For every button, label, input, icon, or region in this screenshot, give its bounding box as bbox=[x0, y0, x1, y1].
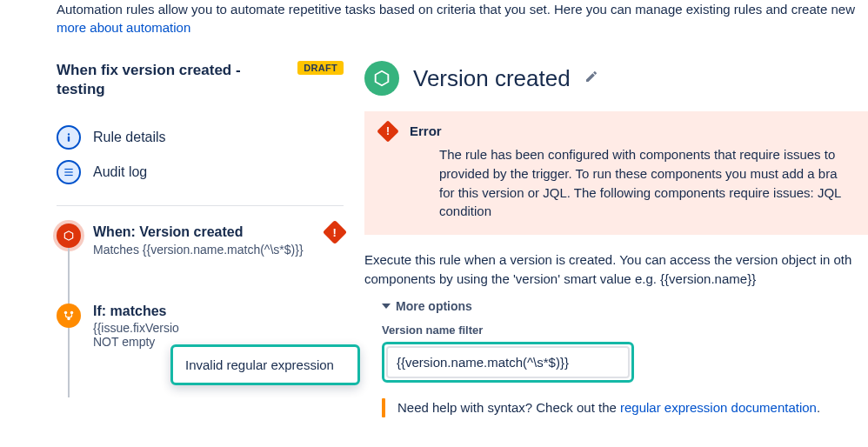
hint-bar bbox=[382, 398, 385, 417]
trigger-description: Execute this rule when a version is crea… bbox=[364, 250, 868, 289]
step-condition[interactable]: If: matches {{issue.fixVersio NOT empty bbox=[57, 304, 344, 349]
error-icon: ! bbox=[377, 120, 398, 142]
error-body: The rule has been configured with compon… bbox=[410, 145, 854, 221]
error-icon: ! bbox=[323, 220, 347, 244]
validation-tooltip: Invalid regular expression bbox=[170, 344, 360, 385]
cube-icon bbox=[57, 224, 81, 248]
filter-label: Version name filter bbox=[382, 324, 868, 337]
svg-point-6 bbox=[70, 311, 74, 315]
nav-label: Rule details bbox=[93, 130, 166, 145]
svg-rect-1 bbox=[68, 137, 70, 142]
panel-title: Version created bbox=[413, 65, 571, 92]
nav-audit-log[interactable]: Audit log bbox=[57, 155, 344, 190]
filter-highlight bbox=[382, 342, 634, 383]
step-trigger-sub: Matches {{version.name.match(^\s*$)}} bbox=[93, 243, 344, 257]
help-suffix: . bbox=[817, 400, 820, 415]
intro-line: Automation rules allow you to automate r… bbox=[57, 2, 855, 17]
svg-rect-4 bbox=[64, 175, 72, 176]
intro-text: Automation rules allow you to automate r… bbox=[57, 0, 868, 37]
nav-label: Audit log bbox=[93, 164, 147, 180]
list-icon bbox=[57, 160, 81, 184]
branch-icon bbox=[57, 304, 81, 328]
nav-rule-details[interactable]: Rule details bbox=[57, 120, 344, 155]
step-condition-sub2: NOT empty bbox=[93, 335, 155, 349]
info-icon bbox=[57, 125, 81, 150]
tooltip-text: Invalid regular expression bbox=[185, 357, 334, 372]
edit-icon[interactable] bbox=[584, 70, 598, 88]
learn-more-link[interactable]: more about automation bbox=[57, 20, 190, 35]
step-condition-title: If: matches bbox=[93, 304, 166, 319]
step-condition-sub1: {{issue.fixVersio bbox=[93, 321, 179, 335]
svg-rect-2 bbox=[64, 169, 72, 170]
error-panel: ! Error The rule has been configured wit… bbox=[364, 111, 868, 235]
help-prefix: Need help with syntax? Check out the bbox=[397, 400, 620, 415]
regex-doc-link[interactable]: regular expression documentation bbox=[620, 400, 817, 415]
step-trigger-title: When: Version created bbox=[93, 224, 244, 240]
version-name-filter-input[interactable] bbox=[386, 346, 630, 378]
step-trigger[interactable]: When: Version created ! Matches {{versio… bbox=[57, 224, 344, 257]
svg-point-0 bbox=[68, 134, 70, 136]
status-badge: DRAFT bbox=[297, 61, 344, 75]
error-title: Error bbox=[410, 123, 854, 138]
rule-title: When fix version created - testing bbox=[57, 61, 257, 99]
cube-icon bbox=[364, 61, 399, 96]
more-options-label: More options bbox=[396, 299, 472, 313]
divider bbox=[57, 205, 344, 206]
chevron-down-icon bbox=[382, 304, 391, 309]
svg-rect-3 bbox=[64, 172, 72, 173]
svg-point-5 bbox=[64, 311, 68, 315]
more-options-toggle[interactable]: More options bbox=[382, 299, 868, 313]
syntax-help-text: Need help with syntax? Check out the reg… bbox=[397, 400, 820, 415]
connector-line bbox=[68, 328, 70, 397]
